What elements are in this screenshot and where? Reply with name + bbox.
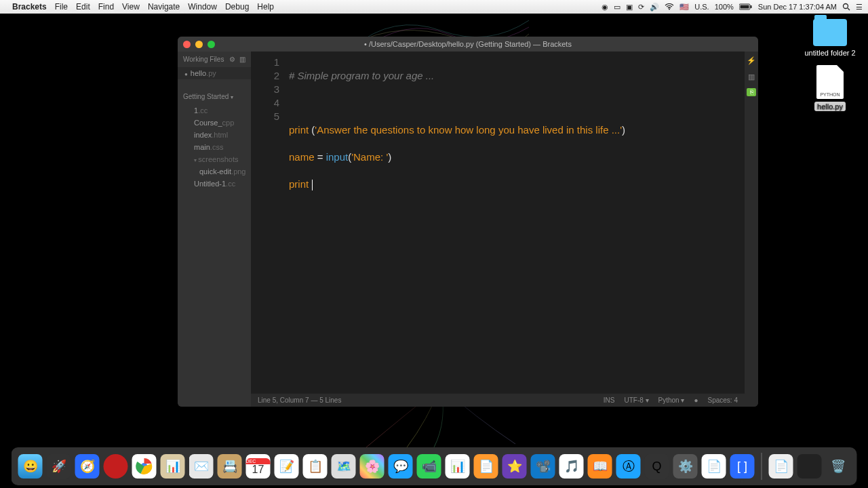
project-file-main[interactable]: main.css	[187, 141, 251, 153]
dock-appstore[interactable]: Ⓐ	[616, 454, 641, 479]
window-titlebar[interactable]: • /Users/Casper/Desktop/hello.py (Gettin…	[178, 37, 758, 52]
project-file-1[interactable]: 1.cc	[187, 104, 251, 117]
dock-document[interactable]: 📄	[769, 454, 793, 479]
clock[interactable]: Sun Dec 17 1:37:04 AM	[758, 3, 837, 11]
dock-terminal[interactable]	[797, 454, 822, 479]
dock-pages[interactable]: 📄	[474, 454, 498, 479]
dock-messages[interactable]: 💬	[389, 454, 413, 479]
python-file-icon: PYTHON	[816, 65, 844, 99]
menu-debug[interactable]: Debug	[225, 2, 249, 12]
window-title: • /Users/Casper/Desktop/hello.py (Gettin…	[364, 40, 572, 48]
svg-point-4	[844, 4, 848, 9]
sidebar: Working Files ⚙ ▥ ●hello.py Getting Star…	[178, 52, 251, 407]
project-file-course[interactable]: Course_cpp	[187, 117, 251, 129]
svg-point-0	[669, 9, 670, 10]
folder-label: untitled folder 2	[803, 49, 857, 57]
notification-center-icon[interactable]: ☰	[856, 3, 863, 12]
zoom-button[interactable]	[208, 41, 215, 48]
plugin-icon[interactable]: ⎘	[747, 88, 756, 96]
minimize-button[interactable]	[195, 41, 203, 48]
menu-help[interactable]: Help	[257, 2, 274, 12]
dock-contacts[interactable]: 📇	[218, 454, 242, 479]
folder-icon	[813, 19, 847, 46]
dock-chrome[interactable]	[132, 454, 157, 479]
dock-calendar[interactable]: DEC 17	[246, 454, 271, 479]
dock-textedit[interactable]: 📄	[702, 454, 726, 479]
macos-menubar: Brackets File Edit Find View Navigate Wi…	[0, 0, 868, 14]
dock-separator	[762, 453, 762, 480]
volume-icon[interactable]: 🔊	[650, 3, 659, 12]
file-name: hello	[191, 69, 206, 77]
dock-finder[interactable]: 😀	[18, 454, 43, 479]
split-icon[interactable]: ▥	[239, 56, 245, 63]
spotlight-icon[interactable]	[842, 3, 850, 11]
close-button[interactable]	[183, 41, 191, 48]
dock-numbers[interactable]: 📊	[446, 454, 470, 479]
live-preview-icon[interactable]: ⚡	[747, 56, 756, 65]
flag-icon[interactable]: 🇺🇸	[679, 3, 689, 12]
dock-facetime[interactable]: 📹	[417, 454, 441, 479]
macos-dock: 😀 🚀 🧭 📊 ✉️ 📇 DEC 17 📝 📋 🗺️ 🌸 💬 📹 📊 📄 ⭐ 📽…	[12, 447, 857, 485]
gear-icon[interactable]: ⚙	[229, 56, 235, 63]
battery-icon[interactable]	[739, 3, 753, 10]
dock-photos[interactable]: 🌸	[360, 454, 384, 479]
menu-navigate[interactable]: Navigate	[148, 2, 180, 12]
code-editor[interactable]: 1 2 3 4 5 # Simple program to your age .…	[251, 52, 745, 393]
working-files-label: Working Files	[183, 56, 224, 63]
svg-rect-2	[750, 5, 751, 8]
svg-rect-3	[740, 5, 749, 9]
dock-keynote[interactable]: 📽️	[531, 454, 555, 479]
extension-manager-icon[interactable]: ▥	[747, 72, 756, 81]
working-file-hello[interactable]: ●hello.py	[178, 67, 251, 79]
language-selector[interactable]: Python ▾	[658, 396, 685, 404]
menu-find[interactable]: Find	[98, 2, 114, 12]
indent-selector[interactable]: Spaces: 4	[708, 396, 738, 404]
menu-view[interactable]: View	[122, 2, 140, 12]
traffic-lights	[183, 41, 215, 48]
dock-itunes[interactable]: 🎵	[559, 454, 584, 479]
dock-opera[interactable]	[104, 454, 128, 479]
project-folder-screenshots[interactable]: ▾ screenshots	[187, 153, 251, 165]
code-content[interactable]: # Simple program to your age ... print (…	[289, 52, 745, 393]
project-file-index[interactable]: index.html	[187, 129, 251, 141]
project-header[interactable]: Getting Started ▾	[178, 89, 251, 104]
battery-percent: 100%	[715, 3, 734, 11]
working-files-header[interactable]: Working Files ⚙ ▥	[178, 52, 251, 67]
encoding-selector[interactable]: UTF-8 ▾	[624, 396, 648, 404]
svg-line-5	[848, 8, 850, 10]
dock-safari[interactable]: 🧭	[75, 454, 100, 479]
dock-maps[interactable]: 🗺️	[332, 454, 356, 479]
sync-icon[interactable]: ⟳	[638, 3, 644, 12]
dock-trash[interactable]: 🗑️	[826, 454, 850, 479]
dock-launchpad[interactable]: 🚀	[47, 454, 71, 479]
app-name[interactable]: Brackets	[12, 2, 47, 12]
desktop-file[interactable]: PYTHON hello.py	[803, 65, 857, 111]
desktop-folder[interactable]: untitled folder 2	[803, 19, 857, 57]
brackets-window: • /Users/Casper/Desktop/hello.py (Gettin…	[178, 37, 758, 407]
menu-edit[interactable]: Edit	[76, 2, 90, 12]
right-toolbar: ⚡ ▥ ⎘	[745, 52, 758, 407]
chevron-down-icon: ▾	[231, 94, 233, 100]
menu-file[interactable]: File	[55, 2, 68, 12]
dock-quicktime[interactable]: Q	[645, 454, 669, 479]
project-file-quickedit[interactable]: quick-edit.png	[187, 165, 251, 178]
wifi-icon[interactable]	[665, 3, 674, 10]
menu-window[interactable]: Window	[188, 2, 217, 12]
airplay-icon[interactable]: ▭	[614, 3, 620, 12]
dock-mail[interactable]: ✉️	[189, 454, 214, 479]
screen-record-icon[interactable]: ◉	[601, 3, 608, 12]
cursor-position[interactable]: Line 5, Column 7 — 5 Lines	[258, 396, 341, 404]
dock-brackets[interactable]: [ ]	[730, 454, 755, 479]
dock-imovie[interactable]: ⭐	[502, 454, 527, 479]
input-locale[interactable]: U.S.	[694, 3, 709, 11]
insert-mode[interactable]: INS	[604, 396, 615, 404]
lint-status-icon[interactable]: ●	[694, 396, 698, 404]
editor-area: 1 2 3 4 5 # Simple program to your age .…	[251, 52, 745, 407]
dock-notes-app[interactable]: 📊	[161, 454, 185, 479]
display-icon[interactable]: ▣	[626, 3, 633, 12]
dock-notes[interactable]: 📝	[275, 454, 299, 479]
dock-reminders[interactable]: 📋	[303, 454, 328, 479]
dock-ibooks[interactable]: 📖	[588, 454, 612, 479]
project-file-untitled[interactable]: Untitled-1.cc	[187, 178, 251, 190]
dock-preferences[interactable]: ⚙️	[673, 454, 698, 479]
